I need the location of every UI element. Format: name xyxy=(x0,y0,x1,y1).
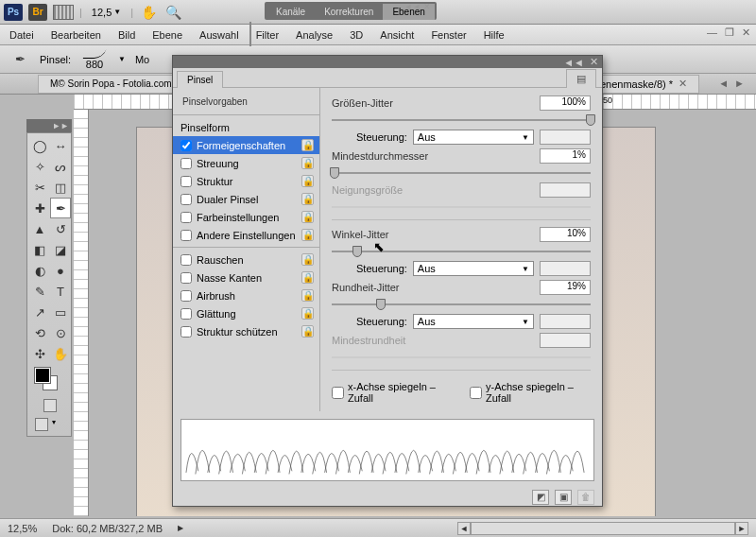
min-diameter-slider[interactable] xyxy=(332,167,591,179)
eraser-tool-icon[interactable]: ◪ xyxy=(50,239,71,260)
toggle-preview-icon[interactable]: ◩ xyxy=(532,490,549,505)
document-tab-1[interactable]: M© Sorin Popa - Fotolia.com.j xyxy=(38,75,189,94)
opt-rauschen[interactable]: Rauschen🔒 xyxy=(173,251,319,268)
hand-tool-icon[interactable]: ✋ xyxy=(139,3,158,22)
lock-icon[interactable]: 🔒 xyxy=(301,325,314,338)
opt-glaettung[interactable]: Glättung🔒 xyxy=(173,304,319,322)
toolbox-header[interactable]: ►► xyxy=(26,119,72,132)
screen-mode[interactable]: ▾ xyxy=(29,415,71,434)
bridge-icon[interactable]: Br xyxy=(28,4,47,21)
wand-tool-icon[interactable]: ✧ xyxy=(29,156,50,177)
menu-filter[interactable]: Filter xyxy=(256,29,279,41)
menu-datei[interactable]: Datei xyxy=(9,29,34,41)
move-tool-icon[interactable]: ↔ xyxy=(50,135,71,156)
opt-farbeinstellungen[interactable]: Farbeinstellungen🔒 xyxy=(173,208,319,226)
close-icon[interactable]: ✕ xyxy=(742,26,750,39)
panel-collapse-icon[interactable]: ◄◄ ✕ xyxy=(404,2,431,11)
opt-formeigenschaften[interactable]: Formeigenschaften🔒 xyxy=(173,136,319,154)
panel-collapse-icon[interactable]: ◄◄ xyxy=(563,57,584,68)
brush-tool-icon[interactable]: ✒ xyxy=(9,49,30,70)
panel-menu-icon[interactable]: ▤ xyxy=(566,69,596,88)
menu-hilfe[interactable]: Hilfe xyxy=(484,29,505,41)
min-diameter-value[interactable]: 1% xyxy=(540,148,591,164)
lock-icon[interactable]: 🔒 xyxy=(301,211,314,223)
opt-andere-einstellungen[interactable]: Andere Einstellungen🔒 xyxy=(173,226,319,244)
round-jitter-slider[interactable] xyxy=(332,299,591,310)
menu-bearbeiten[interactable]: Bearbeiten xyxy=(51,29,101,41)
heal-tool-icon[interactable]: ✚ xyxy=(29,198,50,218)
tab-korrekturen[interactable]: Korrekturen xyxy=(315,4,383,20)
angle-control-select[interactable]: Aus▼ xyxy=(413,261,534,276)
stamp-tool-icon[interactable]: ▲ xyxy=(29,218,50,239)
tab-next-icon[interactable]: ► xyxy=(734,78,745,89)
round-jitter-value[interactable]: 19% xyxy=(540,280,591,295)
ruler-vertical[interactable] xyxy=(74,110,89,516)
opt-dualer-pinsel[interactable]: Dualer Pinsel🔒 xyxy=(173,190,319,208)
menu-3d[interactable]: 3D xyxy=(350,29,363,41)
chevron-right-icon[interactable]: ▶ xyxy=(178,524,183,532)
lock-icon[interactable]: 🔒 xyxy=(301,253,314,266)
lock-icon[interactable]: 🔒 xyxy=(301,307,314,320)
eyedrop-icon[interactable]: ✣ xyxy=(29,343,50,364)
lock-icon[interactable]: 🔒 xyxy=(301,175,314,187)
minimize-icon[interactable]: — xyxy=(707,26,717,39)
pen-tool-icon[interactable]: ✎ xyxy=(29,281,50,302)
brush-tip-shape[interactable]: Pinselform xyxy=(173,118,319,136)
lasso2-tool-icon[interactable]: ᔕ xyxy=(50,156,71,177)
opt-nasse-kanten[interactable]: Nasse Kanten🔒 xyxy=(173,268,319,286)
opt-struktur[interactable]: Struktur🔒 xyxy=(173,172,319,190)
photoshop-icon[interactable]: Ps xyxy=(4,4,23,21)
3d-tool-icon[interactable]: ⟲ xyxy=(29,322,50,343)
menu-ansicht[interactable]: Ansicht xyxy=(380,29,414,41)
color-swatches[interactable] xyxy=(29,364,71,396)
history-brush-icon[interactable]: ↺ xyxy=(50,218,71,239)
slice-tool-icon[interactable]: ◫ xyxy=(50,177,71,198)
chevron-down-icon[interactable]: ▼ xyxy=(118,55,126,63)
tab-kanaele[interactable]: Kanäle xyxy=(266,4,315,20)
menu-ebene[interactable]: Ebene xyxy=(152,29,182,41)
doc-size-readout[interactable]: Dok: 60,2 MB/327,2 MB xyxy=(52,523,163,534)
type-tool-icon[interactable]: T xyxy=(50,281,71,302)
lock-icon[interactable]: 🔒 xyxy=(301,139,314,151)
lock-icon[interactable]: 🔒 xyxy=(301,271,314,284)
path-sel-icon[interactable]: ↗ xyxy=(29,302,50,322)
opt-streuung[interactable]: Streuung🔒 xyxy=(173,154,319,172)
3d-cam-icon[interactable]: ⊙ xyxy=(50,322,71,343)
quick-mask[interactable] xyxy=(29,396,71,415)
blur-tool-icon[interactable]: ● xyxy=(50,260,71,281)
shape-tool-icon[interactable]: ▭ xyxy=(50,302,71,322)
preset-label[interactable]: Pinselvorgaben xyxy=(173,92,319,112)
close-icon[interactable]: ✕ xyxy=(679,78,687,90)
round-control-select[interactable]: Aus▼ xyxy=(413,314,534,329)
menu-bild[interactable]: Bild xyxy=(118,29,135,41)
mirror-y-checkbox[interactable]: y-Achse spiegeln – Zufall xyxy=(470,381,591,404)
lock-icon[interactable]: 🔒 xyxy=(301,193,314,205)
close-icon[interactable]: ✕ xyxy=(590,56,598,68)
hand-icon[interactable]: ✋ xyxy=(50,343,71,364)
new-brush-icon[interactable]: ▣ xyxy=(555,490,572,505)
angle-jitter-value[interactable]: 10% xyxy=(540,227,591,242)
zoom-combo[interactable]: 12,5 ▼ xyxy=(88,7,125,18)
zoom-tool-icon[interactable]: 🔍 xyxy=(163,3,182,22)
mirror-x-checkbox[interactable]: x-Achse spiegeln – Zufall xyxy=(332,381,453,404)
size-control-select[interactable]: Aus▼ xyxy=(413,130,534,145)
brush-tool-icon[interactable]: ✒ xyxy=(50,198,71,218)
h-scrollbar[interactable]: ◄► xyxy=(457,522,748,535)
mini-bridge-icon[interactable] xyxy=(53,5,74,20)
brush-preset-picker[interactable]: 880 xyxy=(80,47,109,72)
brush-panel-tab[interactable]: Pinsel xyxy=(177,71,223,88)
gradient-tool-icon[interactable]: ◧ xyxy=(29,239,50,260)
tab-prev-icon[interactable]: ◄ xyxy=(718,78,729,89)
opt-struktur-schuetzen[interactable]: Struktur schützen🔒 xyxy=(173,322,319,340)
brush-panel-header[interactable]: ◄◄✕ xyxy=(173,56,602,68)
angle-jitter-slider[interactable] xyxy=(332,246,591,257)
menu-fenster[interactable]: Fenster xyxy=(431,29,466,41)
maximize-icon[interactable]: ❐ xyxy=(725,26,734,39)
zoom-readout[interactable]: 12,5% xyxy=(8,523,37,534)
lock-icon[interactable]: 🔒 xyxy=(301,157,314,169)
lasso-tool-icon[interactable]: ◯ xyxy=(29,135,50,156)
size-jitter-value[interactable]: 100% xyxy=(540,95,591,111)
crop-tool-icon[interactable]: ✂ xyxy=(29,177,50,198)
lock-icon[interactable]: 🔒 xyxy=(301,229,314,241)
menu-auswahl[interactable]: Auswahl xyxy=(199,29,239,41)
